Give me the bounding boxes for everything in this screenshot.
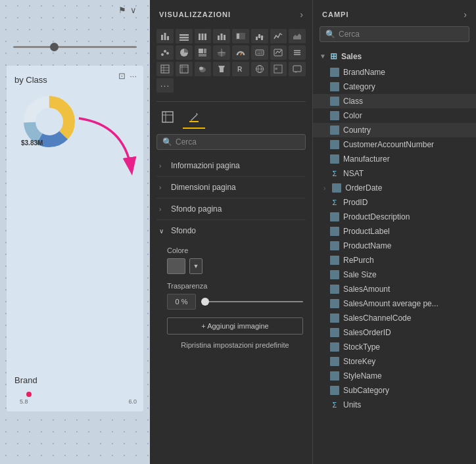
field-name: RePurch xyxy=(343,256,374,265)
field-item-units[interactable]: Σ Units xyxy=(313,398,476,412)
field-item[interactable]: SalesAmount xyxy=(313,282,476,296)
viz-panel-title: VISUALIZZAZIONI xyxy=(159,11,231,18)
field-name: ProductName xyxy=(343,241,391,250)
slider-track[interactable] xyxy=(13,46,137,48)
field-item[interactable]: ProductName xyxy=(313,239,476,253)
viz-icon-decomp[interactable]: ≡ xyxy=(270,62,287,76)
fields-search-box[interactable]: 🔍 xyxy=(320,26,469,42)
field-item[interactable]: StoreKey xyxy=(313,354,476,369)
field-item[interactable]: Sale Size xyxy=(313,267,476,282)
viz-icon-ribbon[interactable] xyxy=(232,29,249,43)
field-item[interactable]: SubCategory xyxy=(313,383,476,398)
field-item[interactable]: StyleName xyxy=(313,369,476,383)
section-info-pagina[interactable]: › Informazioni pagina xyxy=(156,155,306,177)
viz-tab-fields[interactable] xyxy=(156,108,179,129)
field-item-nsat[interactable]: Σ NSAT xyxy=(313,166,476,181)
table-group-header-sales[interactable]: ▼ ⊞ Sales xyxy=(313,47,476,65)
field-item-orderdate[interactable]: › OrderDate xyxy=(313,181,476,195)
field-item[interactable]: Category xyxy=(313,80,476,94)
field-type-icon xyxy=(330,154,339,164)
section-sfondo-pagina-label: Sfondo pagina xyxy=(171,204,222,214)
transparency-slider[interactable] xyxy=(201,301,303,302)
viz-icon-table[interactable] xyxy=(156,62,174,76)
fields-search-input[interactable] xyxy=(339,30,464,39)
viz-icon-slicer[interactable] xyxy=(289,45,306,60)
field-type-icon xyxy=(330,111,339,120)
reset-link[interactable]: Ripristina impostazioni predefinite xyxy=(167,341,303,349)
viz-tab-format[interactable] xyxy=(183,108,205,129)
viz-icon-line[interactable] xyxy=(270,29,287,43)
viz-icon-more[interactable]: ··· xyxy=(156,78,174,93)
field-item[interactable]: ProductDescription xyxy=(313,210,476,224)
viz-icon-line-bar[interactable] xyxy=(213,29,230,43)
viz-icon-treemap[interactable] xyxy=(195,45,212,60)
field-item[interactable]: BrandName xyxy=(313,65,476,80)
viz-icon-gauge[interactable] xyxy=(232,45,249,60)
section-sfondo[interactable]: ∨ Sfondo xyxy=(156,220,306,241)
viz-icon-pie[interactable] xyxy=(176,45,193,60)
field-type-icon xyxy=(330,342,339,352)
svg-text:R: R xyxy=(237,66,243,73)
field-name: Color xyxy=(343,111,362,120)
field-type-sigma: Σ xyxy=(330,400,339,409)
viz-icon-kpi[interactable] xyxy=(270,45,287,60)
field-type-icon xyxy=(330,68,339,77)
viz-icon-area2[interactable] xyxy=(289,29,306,43)
field-item[interactable]: SalesAmount average pe... xyxy=(313,296,476,311)
viz-icon-bar[interactable] xyxy=(156,29,174,43)
field-type-icon xyxy=(330,270,339,279)
canvas-top-icons: ⚑ ∨ xyxy=(118,5,137,15)
viz-icon-funnel[interactable] xyxy=(213,62,230,76)
viz-panel-chevron[interactable]: › xyxy=(300,9,303,20)
field-item-country[interactable]: Country xyxy=(313,123,476,137)
field-type-icon xyxy=(330,313,339,323)
field-item[interactable]: Color xyxy=(313,108,476,123)
canvas-panel: ⚑ ∨ ⊡ ··· by Class $3.83M Brand 5.8 6.0 xyxy=(0,0,150,464)
svg-rect-11 xyxy=(202,34,204,40)
axis-val-2: 6.0 xyxy=(128,398,137,405)
field-item[interactable]: Manufacturer xyxy=(313,152,476,166)
add-image-btn[interactable]: + Aggiungi immagine xyxy=(167,317,303,335)
viz-icon-globe[interactable] xyxy=(251,62,268,76)
transparency-input[interactable] xyxy=(167,294,196,310)
ellipsis-icon[interactable]: ··· xyxy=(130,71,137,81)
chevron-down-icon[interactable]: ∨ xyxy=(130,5,137,15)
viz-icon-area[interactable] xyxy=(195,29,212,43)
viz-icon-filled-map[interactable] xyxy=(195,62,212,76)
field-item[interactable]: SalesOrderID xyxy=(313,325,476,340)
color-dropdown-btn[interactable]: ▼ xyxy=(189,258,202,274)
section-sfondo-pagina[interactable]: › Sfondo pagina xyxy=(156,198,306,220)
field-item[interactable]: RePurch xyxy=(313,253,476,267)
field-name: NSAT xyxy=(343,169,364,178)
section-dim-pagina[interactable]: › Dimensioni pagina xyxy=(156,177,306,198)
field-item[interactable]: ProductLabel xyxy=(313,224,476,239)
viz-icon-r[interactable]: R xyxy=(232,62,249,76)
svg-rect-20 xyxy=(261,35,263,40)
viz-icon-card[interactable]: 123 xyxy=(251,45,268,60)
fields-panel-chevron[interactable]: › xyxy=(464,9,467,20)
viz-icon-qa[interactable] xyxy=(289,62,306,76)
svg-text:123: 123 xyxy=(257,51,263,55)
field-item[interactable]: CustomerAccountNumber xyxy=(313,137,476,152)
viz-icon-map[interactable] xyxy=(213,45,230,60)
axis-val-1: 5.8 xyxy=(20,398,28,405)
svg-rect-6 xyxy=(167,36,169,40)
field-item[interactable]: StockType xyxy=(313,340,476,354)
field-item[interactable]: SalesChannelCode xyxy=(313,311,476,325)
field-item-class[interactable]: Class xyxy=(313,94,476,108)
viz-icon-scatter[interactable] xyxy=(156,45,174,60)
field-item[interactable]: Σ ProdID xyxy=(313,195,476,210)
viz-search-box[interactable]: 🔍 xyxy=(156,134,306,150)
field-name: OrderDate xyxy=(345,183,382,193)
svg-rect-56 xyxy=(162,112,173,122)
viz-icon-column[interactable] xyxy=(176,29,193,43)
expand-icon[interactable]: ⊡ xyxy=(118,71,126,81)
bookmark-icon[interactable]: ⚑ xyxy=(118,5,126,15)
expand-arrow[interactable]: › xyxy=(323,185,325,192)
transparency-thumb[interactable] xyxy=(201,298,209,306)
viz-search-input[interactable] xyxy=(176,137,300,147)
trasparenza-label: Trasparenza xyxy=(167,282,303,290)
viz-icon-matrix[interactable] xyxy=(176,62,193,76)
viz-icon-waterfall[interactable] xyxy=(251,29,268,43)
color-swatch[interactable] xyxy=(167,258,185,274)
